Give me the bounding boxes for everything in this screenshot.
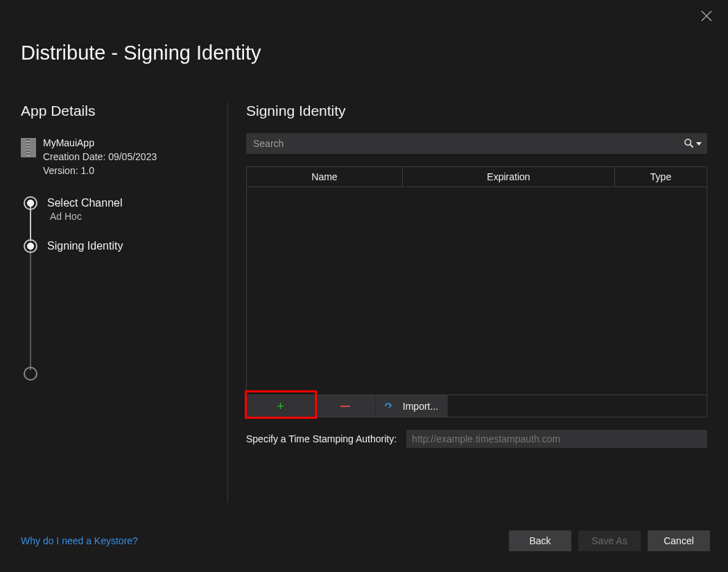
minus-icon [340, 406, 350, 407]
search-input[interactable] [252, 137, 684, 150]
app-version: Version: 1.0 [43, 164, 157, 177]
step-indicator-pending-icon [24, 367, 37, 381]
dialog-footer: Why do I need a Keystore? Back Save As C… [21, 530, 710, 551]
column-header-name[interactable]: Name [247, 167, 403, 187]
search-icon [684, 138, 695, 149]
svg-point-4 [689, 144, 691, 145]
archive-icon [21, 138, 36, 157]
close-icon [700, 10, 713, 22]
identity-table: Name Expiration Type + [246, 166, 707, 417]
signing-identity-heading: Signing Identity [246, 103, 707, 119]
step-future [24, 366, 37, 402]
import-arrow-icon [385, 401, 397, 411]
tsa-input[interactable] [406, 430, 707, 448]
right-pane: Signing Identity Name Exp [246, 103, 707, 503]
step-indicator-current-icon [24, 239, 37, 253]
dialog-title: Distribute - Signing Identity [21, 42, 261, 64]
cancel-button[interactable]: Cancel [648, 530, 710, 551]
column-header-expiration[interactable]: Expiration [403, 167, 615, 187]
import-identity-button[interactable]: Import... [376, 395, 448, 417]
add-identity-button[interactable]: + [247, 395, 315, 417]
left-pane: App Details MyMauiApp Creation Date: 09/… [21, 103, 227, 503]
column-header-type[interactable]: Type [615, 167, 707, 187]
app-info-block: MyMauiApp Creation Date: 09/05/2023 Vers… [21, 136, 220, 177]
vertical-divider [227, 103, 228, 503]
table-header: Name Expiration Type [247, 167, 707, 187]
step-label: Select Channel [47, 196, 123, 211]
step-signing-identity[interactable]: Signing Identity [24, 239, 123, 275]
search-dropdown-button[interactable] [684, 138, 702, 149]
tsa-label: Specify a Time Stamping Authority: [246, 433, 397, 444]
search-bar [246, 133, 707, 154]
table-body-empty[interactable] [247, 187, 707, 395]
dialog-window: Distribute - Signing Identity App Detail… [0, 0, 728, 572]
dialog-body: App Details MyMauiApp Creation Date: 09/… [21, 103, 707, 503]
import-label: Import... [403, 401, 438, 412]
step-sublabel: Ad Hoc [50, 211, 123, 222]
step-indicator-done-icon [24, 196, 37, 210]
close-button[interactable] [700, 10, 713, 22]
save-as-button: Save As [578, 530, 641, 551]
app-name: MyMauiApp [43, 136, 157, 150]
svg-line-3 [690, 144, 693, 147]
app-details-heading: App Details [21, 103, 220, 119]
step-select-channel[interactable]: Select Channel Ad Hoc [24, 196, 123, 232]
chevron-down-icon [696, 141, 702, 146]
keystore-help-link[interactable]: Why do I need a Keystore? [21, 535, 138, 546]
remove-identity-button[interactable] [315, 395, 376, 417]
timestamp-authority-row: Specify a Time Stamping Authority: [246, 430, 707, 448]
svg-marker-5 [696, 142, 702, 146]
app-creation-date: Creation Date: 09/05/2023 [43, 150, 157, 164]
plus-icon: + [277, 400, 284, 413]
table-action-bar: + Import... [247, 395, 707, 417]
back-button[interactable]: Back [509, 530, 571, 551]
wizard-steps: Select Channel Ad Hoc Signing Identity [24, 196, 220, 376]
step-label: Signing Identity [47, 239, 123, 254]
